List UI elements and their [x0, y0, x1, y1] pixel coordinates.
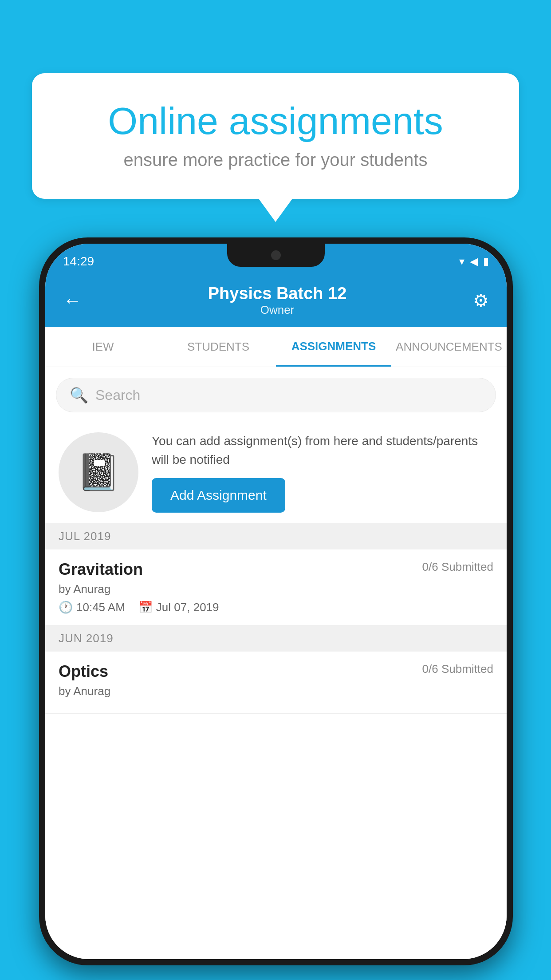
app-header: ← Physics Batch 12 Owner ⚙ [45, 274, 507, 327]
search-placeholder: Search [95, 387, 140, 403]
phone-frame: 14:29 ▾ ◀ ▮ ← Physics Batch 12 Owner ⚙ I… [39, 237, 513, 965]
assignment-meta-gravitation: 🕐 10:45 AM 📅 Jul 07, 2019 [59, 601, 493, 614]
tab-assignments[interactable]: ASSIGNMENTS [276, 327, 391, 367]
assignment-author-optics: by Anurag [59, 684, 493, 698]
signal-icon: ◀ [470, 255, 478, 268]
assignment-submitted-optics: 0/6 Submitted [422, 662, 493, 676]
camera [271, 250, 281, 260]
tab-iew[interactable]: IEW [45, 327, 161, 367]
meta-time-gravitation: 🕐 10:45 AM [59, 601, 125, 614]
assignment-item-gravitation[interactable]: Gravitation 0/6 Submitted by Anurag 🕐 10… [45, 549, 507, 625]
add-assignment-button[interactable]: Add Assignment [152, 478, 285, 513]
assignment-item-optics[interactable]: Optics 0/6 Submitted by Anurag [45, 652, 507, 714]
assignment-author-gravitation: by Anurag [59, 582, 493, 596]
settings-icon[interactable]: ⚙ [473, 290, 489, 311]
notebook-icon: 📓 [76, 451, 121, 493]
notch [227, 244, 325, 267]
calendar-icon: 📅 [138, 601, 153, 614]
promo-section: 📓 You can add assignment(s) from here an… [45, 421, 507, 523]
assignment-header-optics: Optics 0/6 Submitted [59, 662, 493, 681]
tab-bar: IEW STUDENTS ASSIGNMENTS ANNOUNCEMENTS [45, 327, 507, 367]
battery-icon: ▮ [483, 255, 489, 268]
speech-bubble-container: Online assignments ensure more practice … [32, 73, 519, 199]
status-time: 14:29 [63, 254, 94, 269]
back-button[interactable]: ← [63, 290, 82, 311]
assignment-submitted-gravitation: 0/6 Submitted [422, 560, 493, 574]
tab-announcements[interactable]: ANNOUNCEMENTS [391, 327, 507, 367]
phone-screen: 14:29 ▾ ◀ ▮ ← Physics Batch 12 Owner ⚙ I… [45, 244, 507, 959]
assignment-date-gravitation: Jul 07, 2019 [156, 601, 219, 614]
tab-students[interactable]: STUDENTS [161, 327, 276, 367]
assignment-time-gravitation: 10:45 AM [76, 601, 125, 614]
search-icon: 🔍 [70, 386, 88, 404]
promo-text-group: You can add assignment(s) from here and … [152, 432, 493, 513]
promo-icon-circle: 📓 [59, 432, 138, 512]
clock-icon: 🕐 [59, 601, 73, 614]
assignment-title-gravitation: Gravitation [59, 560, 143, 579]
bubble-title: Online assignments [67, 100, 484, 142]
status-icons: ▾ ◀ ▮ [459, 255, 489, 268]
search-bar[interactable]: 🔍 Search [56, 378, 496, 412]
assignment-title-optics: Optics [59, 662, 108, 681]
month-separator-jun: JUN 2019 [45, 625, 507, 652]
screen-content: 🔍 Search 📓 You can add assignment(s) fro… [45, 367, 507, 959]
assignment-header: Gravitation 0/6 Submitted [59, 560, 493, 579]
header-title: Physics Batch 12 [208, 284, 347, 303]
bubble-subtitle: ensure more practice for your students [67, 150, 484, 170]
meta-date-gravitation: 📅 Jul 07, 2019 [138, 601, 219, 614]
wifi-icon: ▾ [459, 255, 464, 268]
month-separator-jul: JUL 2019 [45, 523, 507, 549]
speech-bubble: Online assignments ensure more practice … [32, 73, 519, 199]
header-title-group: Physics Batch 12 Owner [208, 284, 347, 317]
promo-description: You can add assignment(s) from here and … [152, 432, 493, 469]
header-subtitle: Owner [208, 303, 347, 317]
